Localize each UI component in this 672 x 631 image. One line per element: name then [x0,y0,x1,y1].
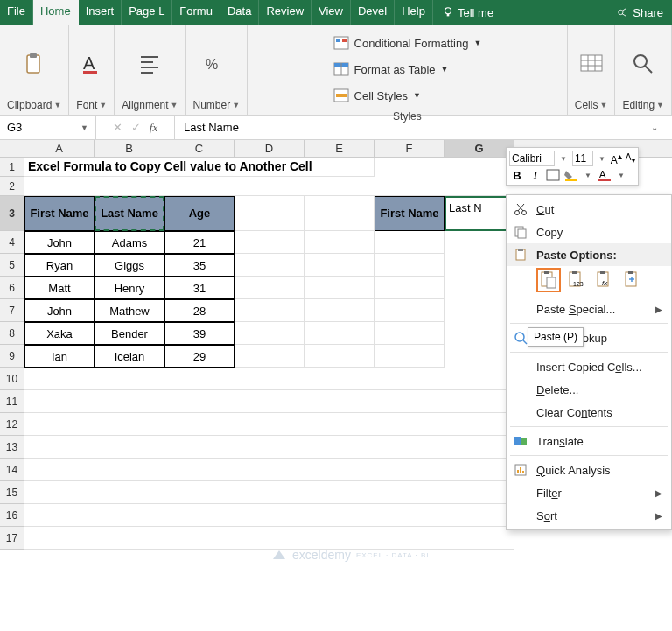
cell[interactable]: Xaka [24,322,94,345]
tell-me[interactable]: Tell me [433,0,502,25]
rowhead-10[interactable]: 10 [0,368,24,390]
ctx-paste-special[interactable]: Paste Special...▶ [507,298,671,320]
cell[interactable]: Icelan [94,345,164,368]
share-button[interactable]: Share [608,0,672,25]
tab-formulas[interactable]: Formu [172,0,220,25]
conditional-formatting[interactable]: Conditional Formatting▼ [333,32,482,54]
cell[interactable]: 28 [164,299,234,322]
cell[interactable]: 31 [164,277,234,299]
header-first-paste[interactable]: First Name [374,196,444,231]
format-as-table[interactable]: Format as Table▼ [333,58,482,81]
accept-icon[interactable]: ✓ [131,121,141,134]
fx-icon[interactable]: fx [150,121,158,135]
cell[interactable]: Adams [94,231,164,254]
title-cell[interactable]: Excel Formula to Copy Cell value to Anot… [24,158,374,177]
cancel-icon[interactable]: ✕ [113,121,122,134]
tab-page-layout[interactable]: Page L [122,0,172,25]
cell-styles[interactable]: Cell Styles▼ [333,84,482,107]
header-first[interactable]: First Name [24,196,94,231]
italic-button[interactable]: I [528,168,542,182]
rowhead-3[interactable]: 3 [0,196,24,231]
cell[interactable]: Mathew [94,299,164,322]
ribbon-font[interactable]: A Font▼ [69,25,115,115]
rowhead-5[interactable]: 5 [0,254,24,277]
cell[interactable]: John [24,299,94,322]
rowhead-16[interactable]: 16 [0,504,24,527]
cell[interactable]: Ian [24,345,94,368]
col-F[interactable]: F [374,140,444,157]
ribbon-clipboard[interactable]: Clipboard▼ [0,25,69,115]
ctx-sort[interactable]: Sort▶ [507,504,671,527]
col-B[interactable]: B [94,140,164,157]
font-icon: A [78,50,106,78]
ctx-insert-copied[interactable]: Insert Copied Cells... [507,355,671,378]
rowhead-7[interactable]: 7 [0,299,24,322]
paste-formulas-button[interactable]: fx [592,268,617,292]
col-C[interactable]: C [164,140,234,157]
increase-font-icon[interactable]: A▴ [611,151,622,166]
bold-button[interactable]: B [509,169,525,182]
rowhead-12[interactable]: 12 [0,413,24,436]
ctx-copy[interactable]: Copy [507,221,671,243]
cell[interactable]: Giggs [94,254,164,277]
paste-values-button[interactable]: 123 [564,268,589,292]
ctx-delete[interactable]: Delete... [507,378,671,401]
rowhead-15[interactable]: 15 [0,481,24,504]
ctx-quick-analysis[interactable]: Quick Analysis [507,459,671,481]
ctx-filter[interactable]: Filter▶ [507,481,671,504]
rowhead-14[interactable]: 14 [0,459,24,481]
ribbon-number[interactable]: % Number▼ [186,25,248,115]
formula-input[interactable]: Last Name ⌄ [175,116,672,139]
cell[interactable]: 39 [164,322,234,345]
rowhead-4[interactable]: 4 [0,231,24,254]
mini-size-select[interactable] [572,151,593,166]
cell[interactable]: John [24,231,94,254]
mini-font-select[interactable] [509,151,555,166]
select-all-corner[interactable] [0,140,24,157]
borders-icon[interactable] [546,169,560,181]
paste-transpose-button[interactable] [620,268,645,292]
rowhead-11[interactable]: 11 [0,390,24,413]
tab-home[interactable]: Home [33,0,79,25]
rowhead-13[interactable]: 13 [0,436,24,459]
tab-file[interactable]: File [0,0,33,25]
tab-insert[interactable]: Insert [79,0,122,25]
paste-all-button[interactable] [536,268,561,292]
cell[interactable]: 21 [164,231,234,254]
name-box[interactable]: G3 ▼ [0,116,96,139]
cell[interactable]: Bender [94,322,164,345]
fill-color-icon[interactable] [564,169,579,181]
ribbon-cells[interactable]: Cells▼ [568,25,616,115]
tab-data[interactable]: Data [220,0,259,25]
tab-view[interactable]: View [312,0,351,25]
rowhead-6[interactable]: 6 [0,277,24,299]
ctx-translate[interactable]: Translate [507,430,671,452]
cell[interactable]: 35 [164,254,234,277]
ctx-cut[interactable]: Cut [507,198,671,221]
rowhead-2[interactable]: 2 [0,177,24,196]
col-G[interactable]: G [444,140,514,157]
header-last[interactable]: Last Name [94,196,164,231]
ctx-clear-contents[interactable]: Clear Contents [507,401,671,424]
rowhead-8[interactable]: 8 [0,322,24,345]
cell[interactable]: Matt [24,277,94,299]
col-E[interactable]: E [304,140,374,157]
cell[interactable]: Henry [94,277,164,299]
col-A[interactable]: A [24,140,94,157]
decrease-font-icon[interactable]: A▾ [626,152,635,165]
cell[interactable]: Ryan [24,254,94,277]
tab-review[interactable]: Review [259,0,312,25]
rowhead-9[interactable]: 9 [0,345,24,368]
header-age[interactable]: Age [164,196,234,231]
col-D[interactable]: D [234,140,304,157]
tab-help[interactable]: Help [395,0,433,25]
ribbon-alignment[interactable]: Alignment▼ [115,25,186,115]
rowhead-17[interactable]: 17 [0,527,24,550]
ribbon-editing[interactable]: Editing▼ [615,25,672,115]
cell[interactable]: 29 [164,345,234,368]
rowhead-1[interactable]: 1 [0,158,24,177]
paste-target-cell[interactable]: Last N [444,196,514,231]
tab-developer[interactable]: Devel [351,0,395,25]
expand-formula-icon[interactable]: ⌄ [651,123,663,132]
font-color-icon[interactable]: A [597,169,612,181]
